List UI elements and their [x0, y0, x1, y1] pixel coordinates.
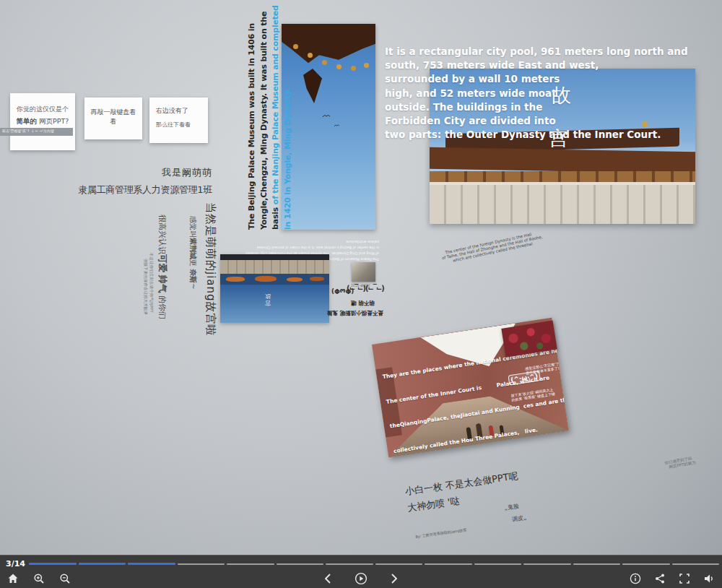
vertical-title: 当然是萌萌的jiang故宫啦 [204, 202, 217, 337]
info-button[interactable] [627, 570, 644, 587]
progress-segment[interactable] [375, 563, 423, 565]
progress-segment[interactable] [227, 563, 274, 565]
keyboard-hint-text: 敲击'空格键'或'↑ ↓ ← →'方向键 [0, 128, 73, 134]
vertical-greeting-bold2: 帅气 [157, 275, 168, 293]
corner-note: 你们感受到了吗 网页PPT的魅力 [664, 450, 722, 479]
eave-sky-photo [282, 24, 375, 230]
history-line2: Yongle,Chengzu, Ming Dynasty. It was bui… [258, 19, 271, 230]
history-line4: in 1420 in Yongle, Ming Dynasty. [282, 19, 295, 230]
vertical-subtitle-bold: 紫荆城 [189, 238, 197, 259]
boat [310, 277, 324, 281]
moat-watermark: 宫 故 [265, 293, 271, 306]
pair-kaomoji: (¬_¬)(¬_¬) [347, 285, 385, 293]
moat-watermark-char1: 宫 [265, 300, 271, 306]
play-button[interactable] [352, 570, 370, 587]
intro-block: 我是阚萌萌 隶属工商管理系人力资源管理1班 [78, 166, 212, 196]
zoom-out-icon [59, 573, 71, 584]
hint-card-3-line1: 右边没有了 [156, 106, 208, 116]
progress-segment[interactable] [523, 563, 571, 565]
calligraphy-gong: 宫 [549, 126, 568, 152]
history-line1: The Beijing Palace Museum was built in 1… [246, 19, 258, 230]
eave-ornament [293, 44, 298, 49]
moat-wall [220, 260, 329, 274]
keyboard-hint-strip: 敲击'空格键'或'↑ ↓ ← →'方向键 [0, 128, 73, 136]
progress-bar[interactable] [29, 563, 719, 565]
progress-segment[interactable] [573, 563, 621, 565]
moat-treeline [220, 254, 329, 260]
eave-shape [282, 24, 375, 93]
progress-segment[interactable] [326, 563, 373, 565]
byline: By: 工商管理系萌萌的jiang故宫 [415, 527, 467, 540]
moat-line: south, 753 meters wide East and west, [385, 59, 706, 72]
moat-watermark-char2: 故 [265, 293, 271, 300]
intro-name: 我是阚萌萌 [78, 166, 212, 179]
zoom-in-icon [33, 573, 45, 584]
vertical-subtitle-post: ~ [189, 283, 197, 289]
zoom-in-button[interactable] [30, 570, 48, 587]
vertical-tiny-1: 不是让你们立刻去做个帅气的PPT [149, 253, 155, 313]
progress-segment[interactable] [128, 563, 175, 565]
volume-button[interactable] [700, 570, 718, 587]
progress-segment[interactable] [79, 563, 126, 565]
progress-segment[interactable] [29, 563, 77, 565]
hint-card-2: 再敲一敲键盘看看 [84, 98, 142, 139]
progress-segment[interactable] [277, 563, 324, 565]
eave-ornament [364, 63, 369, 68]
closing-doodle-1: „鬼脸 [504, 501, 525, 512]
closing-block: 小白一枚 不是太会做PPT呢 大神勿喷 '哒 [404, 470, 521, 515]
boat [255, 276, 277, 282]
previous-button[interactable] [319, 570, 336, 587]
vertical-greeting: 很高兴认识可爱 帅气 的你们 [156, 215, 168, 319]
hint-card-1-bold: 简单的 [17, 117, 38, 125]
next-button[interactable] [386, 570, 403, 587]
boat [226, 277, 245, 282]
progress-segment[interactable] [178, 563, 225, 565]
flipped-line: palace architecture [239, 238, 379, 244]
zoom-out-button[interactable] [56, 570, 74, 587]
vertical-greeting-bold1: 可爱 [157, 254, 168, 272]
presentation-canvas[interactable]: 你觉的这仅仅是个 简单的 网页PPT? 敲击'空格键'或'↑ ↓ ← →'方向键… [0, 0, 722, 588]
flipped-caption-2: 是不是很小清新呢 鬼脸 [327, 309, 383, 316]
moat-line: two parts: the Outer Dynasty and the Inn… [385, 128, 706, 142]
eave-ornament [336, 64, 342, 69]
eave-ornament [308, 53, 313, 58]
hint-card-3: 右边没有了 那么往下看看 [149, 98, 208, 143]
hint-card-1-line2: 简单的 网页PPT? [14, 117, 71, 126]
bird-icon [334, 124, 340, 127]
hint-card-1-line1: 你觉的这仅仅是个 [14, 105, 71, 114]
progress-segment[interactable] [672, 563, 720, 565]
progress-segment[interactable] [425, 563, 472, 565]
history-line3-dark: basis [271, 204, 280, 230]
moat-water: 宫 故 [220, 285, 329, 323]
chevron-right-icon [389, 573, 399, 584]
history-line3-blue: of the Nanjing Palace Museum and complet… [271, 5, 280, 204]
flipped-line: in the center of Beijing's central axis.… [239, 244, 379, 250]
bird-icon [322, 113, 331, 118]
info-icon [630, 573, 641, 584]
intro-class: 隶属工商管理系人力资源管理1班 [78, 183, 212, 196]
progress-segment[interactable] [622, 563, 670, 565]
share-icon [654, 573, 666, 584]
moat-paragraph: It is a rectangular city pool, 961 meter… [385, 45, 706, 142]
eave-ornament [351, 66, 356, 71]
fullscreen-button[interactable] [676, 570, 693, 587]
moat-line: high, and 52 meters wide moat [385, 87, 706, 100]
home-button[interactable] [4, 570, 22, 587]
progress-segment[interactable] [474, 563, 522, 565]
moat-line: Forbidden City are divided into [385, 114, 706, 128]
moat-boats-row [220, 274, 329, 285]
share-button[interactable] [651, 570, 669, 587]
hint-card-1: 你觉的这仅仅是个 简单的 网页PPT? [10, 93, 75, 150]
boat [287, 277, 303, 282]
vertical-subtitle: 感觉叫紫荆城更 奈斯~ [188, 216, 198, 290]
vertical-subtitle-bold2: 奈斯 [189, 269, 197, 283]
hint-card-2-line1: 再敲一敲键盘看看 [88, 108, 139, 126]
history-paragraph: The Beijing Palace Museum was built in 1… [246, 19, 294, 230]
history-line3: basis of the Nanjing Palace Museum and c… [270, 19, 282, 230]
moat-flipped-photo: 宫 故 [220, 254, 329, 323]
eave-ornament [322, 60, 327, 65]
calligraphy-gu: 故 [552, 82, 571, 108]
flipped-caption-1: 萌不萌 嘿 [351, 299, 375, 306]
vertical-greeting-post: 的你们 [157, 293, 167, 320]
moat-line: surrounded by a wall 10 meters [385, 72, 706, 86]
